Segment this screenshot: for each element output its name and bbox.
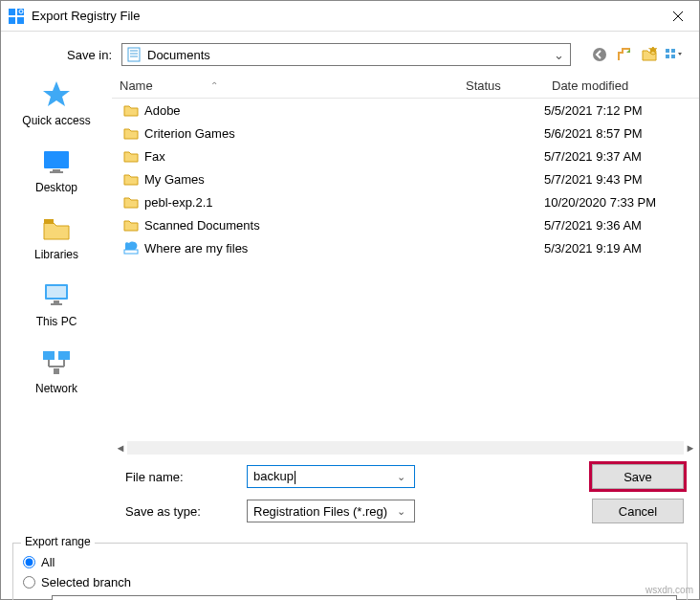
save-in-row: Save in: Documents ⌄ ★ [1, 32, 699, 74]
file-date: 5/3/2021 9:19 AM [544, 241, 688, 256]
quick-access-icon [41, 79, 72, 110]
svg-rect-16 [666, 55, 669, 58]
places-bar: Quick access Desktop Libraries This PC N… [1, 74, 112, 456]
cancel-button[interactable]: Cancel [592, 499, 684, 523]
svg-rect-0 [9, 9, 15, 15]
file-date: 10/20/2020 7:33 PM [544, 195, 688, 210]
svg-text:★: ★ [647, 47, 657, 56]
regedit-icon [9, 9, 24, 24]
scroll-left-icon[interactable]: ◄ [114, 442, 127, 454]
filename-input[interactable]: backup ⌄ [247, 465, 415, 488]
file-date: 5/6/2021 8:57 PM [544, 126, 688, 141]
file-row[interactable]: Fax5/7/2021 9:37 AM [112, 144, 699, 167]
svg-rect-15 [671, 49, 675, 53]
radio-all-input[interactable] [23, 556, 35, 568]
folder-icon [123, 217, 139, 233]
file-row[interactable]: Adobe5/5/2021 7:12 PM [112, 99, 699, 122]
save-button[interactable]: Save [592, 464, 684, 489]
horizontal-scrollbar[interactable]: ◄ ► [112, 439, 699, 456]
svg-rect-28 [58, 351, 70, 360]
svg-rect-17 [671, 55, 675, 58]
chevron-down-icon[interactable]: ⌄ [395, 505, 408, 518]
svg-rect-22 [44, 219, 54, 224]
file-date: 5/7/2021 9:36 AM [544, 218, 688, 233]
window-title: Export Registry File [32, 9, 665, 23]
file-name: Adobe [144, 103, 181, 118]
svg-rect-19 [44, 151, 69, 168]
export-range-group: Export range All Selected branch [12, 543, 688, 600]
file-rows: Adobe5/5/2021 7:12 PMCriterion Games5/6/… [112, 99, 699, 439]
export-dialog: Export Registry File Save in: Documents … [0, 0, 700, 600]
this-pc-icon [41, 280, 72, 311]
svg-rect-24 [47, 286, 66, 298]
file-row[interactable]: Scanned Documents5/7/2021 9:36 AM [112, 213, 699, 236]
file-date: 5/7/2021 9:43 PM [544, 172, 688, 187]
svg-rect-25 [54, 300, 59, 303]
folder-icon [123, 102, 139, 118]
file-date: 5/5/2021 7:12 PM [544, 103, 688, 118]
svg-rect-20 [53, 169, 60, 171]
file-date: 5/7/2021 9:37 AM [544, 149, 688, 164]
close-button[interactable] [665, 3, 691, 30]
chevron-down-icon[interactable]: ⌄ [395, 471, 408, 483]
file-row[interactable]: pebl-exp.2.110/20/2020 7:33 PM [112, 190, 699, 213]
back-button[interactable] [590, 45, 609, 64]
file-name: My Games [144, 172, 205, 187]
save-in-value: Documents [147, 48, 551, 62]
watermark: wsxdn.com [645, 585, 693, 595]
sort-indicator-icon: ⌃ [210, 80, 218, 91]
save-in-combo[interactable]: Documents ⌄ [121, 43, 571, 66]
sidebar-item-quick-access[interactable]: Quick access [22, 79, 90, 127]
documents-icon [126, 47, 142, 62]
save-in-label: Save in: [16, 48, 112, 62]
save-as-type-combo[interactable]: Registration Files (*.reg) ⌄ [247, 500, 415, 522]
header-date[interactable]: Date modified [544, 78, 688, 93]
selected-branch-input[interactable] [52, 595, 677, 600]
sidebar-item-network[interactable]: Network [35, 347, 77, 395]
sidebar-item-desktop[interactable]: Desktop [35, 146, 77, 194]
file-name: Scanned Documents [144, 218, 260, 233]
svg-point-11 [593, 48, 606, 61]
header-name[interactable]: Name⌃ [112, 78, 458, 93]
folder-icon [123, 148, 139, 164]
file-name: Fax [144, 149, 165, 164]
header-status[interactable]: Status [458, 78, 544, 93]
new-folder-button[interactable]: ★ [640, 45, 659, 64]
svg-rect-27 [43, 351, 55, 360]
chevron-down-icon: ⌄ [551, 48, 566, 62]
network-icon [41, 347, 72, 378]
sidebar-item-libraries[interactable]: Libraries [34, 213, 78, 261]
view-menu-button[interactable] [665, 45, 684, 64]
save-as-type-label: Save as type: [125, 504, 235, 519]
desktop-icon [41, 146, 72, 177]
svg-rect-3 [17, 17, 24, 24]
export-range-legend: Export range [21, 535, 95, 548]
radio-all[interactable]: All [23, 555, 677, 569]
file-name: pebl-exp.2.1 [144, 195, 213, 210]
scroll-track[interactable] [127, 441, 684, 455]
toolbar-buttons: ★ [590, 45, 684, 64]
link-icon [123, 240, 139, 256]
scroll-right-icon[interactable]: ► [684, 442, 697, 454]
svg-point-4 [19, 10, 23, 13]
folder-icon [123, 125, 139, 141]
titlebar: Export Registry File [1, 1, 699, 32]
svg-rect-21 [50, 171, 63, 173]
folder-icon [123, 194, 139, 210]
file-row[interactable]: My Games5/7/2021 9:43 PM [112, 167, 699, 190]
svg-rect-26 [51, 303, 62, 305]
svg-rect-2 [9, 17, 15, 24]
file-row[interactable]: Where are my files5/3/2021 9:19 AM [112, 236, 699, 259]
sidebar-item-this-pc[interactable]: This PC [36, 280, 77, 328]
folder-icon [123, 171, 139, 187]
svg-marker-18 [43, 81, 70, 106]
file-name: Criterion Games [144, 126, 235, 141]
svg-rect-33 [124, 250, 138, 254]
svg-rect-7 [128, 48, 140, 61]
column-headers: Name⌃ Status Date modified [112, 74, 699, 99]
filename-label: File name: [125, 470, 235, 484]
radio-selected-input[interactable] [23, 576, 35, 589]
up-button[interactable] [615, 45, 634, 64]
radio-selected-branch[interactable]: Selected branch [23, 575, 677, 589]
file-row[interactable]: Criterion Games5/6/2021 8:57 PM [112, 122, 699, 144]
